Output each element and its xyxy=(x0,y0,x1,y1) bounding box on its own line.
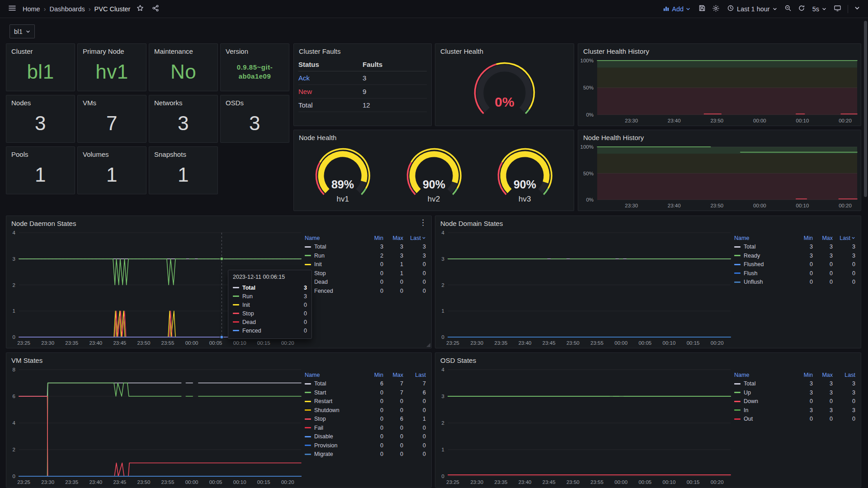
variable-picker-node[interactable]: bl1 xyxy=(9,24,35,38)
breadcrumb-dashboards[interactable]: Dashboards xyxy=(50,5,85,13)
legend-series-name[interactable]: Run xyxy=(305,253,363,259)
legend-row: Migrate000 xyxy=(305,450,426,459)
legend-series-name[interactable]: Fenced xyxy=(305,288,363,294)
legend-series-name[interactable]: Dead xyxy=(305,279,363,285)
series-color-swatch xyxy=(305,392,311,393)
series-color-swatch xyxy=(734,383,741,385)
breadcrumb: Home › Dashboards › PVC Cluster xyxy=(23,5,130,13)
panel-title: Node Health History xyxy=(578,130,861,142)
legend-header-min[interactable]: Min xyxy=(793,372,813,378)
legend-row: Total333 xyxy=(734,380,855,389)
legend-table: Name Min Max Last Total677 Start076 Rest… xyxy=(305,365,431,487)
legend-header-min[interactable]: Min xyxy=(363,235,383,241)
chart-area[interactable]: 0246823:2523:3023:3523:4023:4523:5023:55… xyxy=(6,365,305,487)
zoom-out-button[interactable] xyxy=(783,3,793,15)
column-header-status[interactable]: Status xyxy=(298,61,363,68)
top-navbar: Home › Dashboards › PVC Cluster Add Last… xyxy=(0,0,868,18)
fault-status-new[interactable]: New xyxy=(298,88,363,95)
legend-series-name[interactable]: Total xyxy=(734,244,793,250)
panel-menu-icon[interactable]: ⋮ xyxy=(419,216,431,226)
legend-series-name[interactable]: Restart xyxy=(305,398,363,404)
legend-series-name[interactable]: Start xyxy=(305,389,363,396)
chart-area[interactable]: 0123423:2523:3023:3523:4023:4523:5023:55… xyxy=(435,228,734,348)
cluster-health-history-chart[interactable]: 0%50%100%23:3023:4023:5000:0000:1000:20 xyxy=(578,56,861,126)
legend-header-last[interactable]: Last xyxy=(403,372,426,378)
node-domain-chart[interactable]: 0123423:2523:3023:3523:4023:4523:5023:55… xyxy=(435,228,734,348)
legend-header-max[interactable]: Max xyxy=(383,372,403,378)
stat-value: 1 xyxy=(149,159,217,194)
panel-resize-handle[interactable] xyxy=(426,343,430,347)
legend-series-name[interactable]: Total xyxy=(305,380,363,387)
svg-text:23:55: 23:55 xyxy=(590,479,604,485)
svg-text:23:40: 23:40 xyxy=(668,203,681,208)
dashboard-settings-button[interactable] xyxy=(710,3,722,15)
svg-text:23:45: 23:45 xyxy=(542,479,556,485)
legend-series-name[interactable]: In xyxy=(734,407,793,413)
legend-series-name[interactable]: Flush xyxy=(734,270,793,277)
column-header-faults[interactable]: Faults xyxy=(363,61,427,68)
share-button[interactable] xyxy=(150,3,161,15)
legend-row: Fenced000 xyxy=(305,286,426,296)
legend-series-name[interactable]: Unflush xyxy=(734,279,793,285)
refresh-button[interactable] xyxy=(796,3,807,15)
legend-series-name[interactable]: Out xyxy=(734,416,793,422)
collapse-navbar-button[interactable] xyxy=(853,4,862,14)
breadcrumb-home[interactable]: Home xyxy=(23,5,40,13)
tooltip-timestamp: 2023-12-11 00:06:15 xyxy=(233,274,307,280)
svg-text:1: 1 xyxy=(442,447,444,452)
svg-text:00:15: 00:15 xyxy=(257,479,270,485)
chart-area[interactable]: 0%50%100%23:3023:4023:5000:0000:1000:20 xyxy=(578,56,861,126)
page-scrollbar[interactable] xyxy=(864,21,867,197)
legend-series-name[interactable]: Up xyxy=(734,389,793,396)
node-health-history-chart[interactable]: 0%50%100%23:3023:4023:5000:0000:1000:20 xyxy=(578,142,861,211)
legend-series-name[interactable]: Provision xyxy=(305,442,363,449)
legend-table: Name Min Max Last Total333 Up333 Down000… xyxy=(734,365,861,487)
legend-header-name[interactable]: Name xyxy=(734,372,793,378)
fault-count: 3 xyxy=(363,74,427,82)
legend-header-min[interactable]: Min xyxy=(793,235,813,241)
legend-series-name[interactable]: Down xyxy=(734,398,793,404)
time-range-picker[interactable]: Last 1 hour xyxy=(724,3,780,15)
kiosk-mode-button[interactable] xyxy=(832,3,843,15)
legend-series-name[interactable]: Total xyxy=(734,380,793,387)
svg-text:23:30: 23:30 xyxy=(41,340,54,346)
legend-header-name[interactable]: Name xyxy=(305,235,363,241)
legend-header-max[interactable]: Max xyxy=(383,235,403,241)
legend-header-last[interactable]: Last xyxy=(833,235,855,241)
osd-states-chart[interactable]: 0123423:2523:3023:3523:4023:4523:5023:55… xyxy=(435,365,734,487)
save-dashboard-button[interactable] xyxy=(697,3,708,15)
panel-title: VM States xyxy=(6,353,431,365)
legend-series-name[interactable]: Init xyxy=(305,261,363,267)
legend-series-name[interactable]: Ready xyxy=(734,253,793,259)
legend-series-name[interactable]: Migrate xyxy=(305,451,363,457)
legend-header-min[interactable]: Min xyxy=(363,372,383,378)
stat-panel-primary-node: Primary Node hv1 xyxy=(77,43,146,91)
series-color-swatch xyxy=(233,304,239,305)
chart-area[interactable]: 0123423:2523:3023:3523:4023:4523:5023:55… xyxy=(435,365,734,487)
legend-header-max[interactable]: Max xyxy=(813,235,833,241)
legend-row: Total677 xyxy=(305,380,426,389)
panel-node-health: Node Health 89% hv1 90% hv2 90% hv3 xyxy=(293,130,574,211)
menu-toggle-button[interactable] xyxy=(6,2,18,15)
legend-series-name[interactable]: Stop xyxy=(305,416,363,422)
legend-series-name[interactable]: Shutdown xyxy=(305,407,363,413)
legend-header-last[interactable]: Last xyxy=(403,235,426,241)
legend-series-name[interactable]: Disable xyxy=(305,433,363,440)
legend-series-name[interactable]: Stop xyxy=(305,270,363,277)
legend-series-name[interactable]: Total xyxy=(305,244,363,250)
add-button[interactable]: Add xyxy=(659,3,694,15)
vm-states-chart[interactable]: 0246823:2523:3023:3523:4023:4523:5023:55… xyxy=(6,365,305,487)
favorite-star-button[interactable] xyxy=(135,3,146,15)
legend-header-last[interactable]: Last xyxy=(833,372,855,378)
legend-series-name[interactable]: Flushed xyxy=(734,261,793,267)
fault-status-ack[interactable]: Ack xyxy=(298,74,363,82)
legend-header-name[interactable]: Name xyxy=(734,235,793,241)
series-color-swatch xyxy=(305,409,311,411)
node-gauge-hv3: 90% hv3 xyxy=(483,148,567,204)
legend-header-max[interactable]: Max xyxy=(813,372,833,378)
legend-series-name[interactable]: Fail xyxy=(305,425,363,431)
legend-row: Run233 xyxy=(305,251,426,260)
refresh-interval-picker[interactable]: 5s xyxy=(810,4,829,14)
legend-header-name[interactable]: Name xyxy=(305,372,363,378)
chart-area[interactable]: 0%50%100%23:3023:4023:5000:0000:1000:20 xyxy=(578,142,861,211)
